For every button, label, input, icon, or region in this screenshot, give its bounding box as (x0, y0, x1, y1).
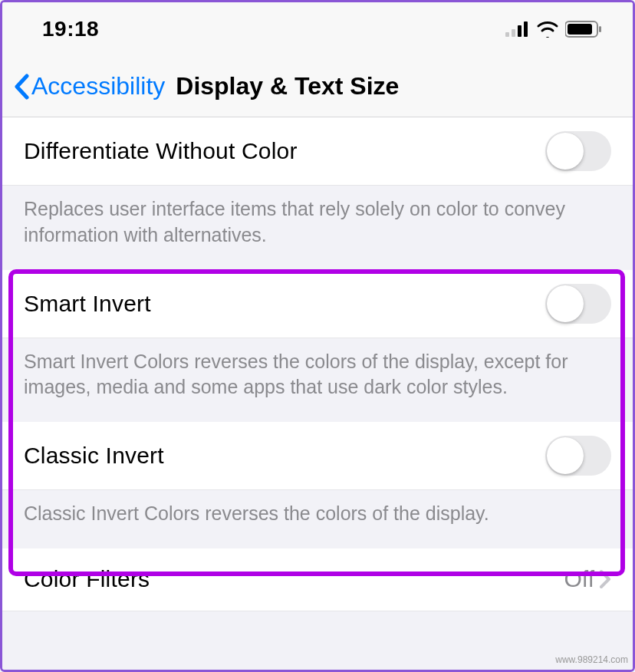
status-bar: 19:18 (2, 2, 633, 56)
svg-rect-3 (524, 21, 528, 37)
note-differentiate: Replaces user interface items that rely … (2, 186, 633, 270)
svg-rect-6 (599, 26, 601, 32)
section-classic-invert: Classic Invert Classic Invert Colors rev… (2, 422, 633, 548)
row-label: Differentiate Without Color (24, 138, 298, 164)
row-label: Classic Invert (24, 443, 164, 469)
section-color-filters: Color Filters Off (2, 548, 633, 611)
toggle-classic-invert[interactable] (545, 436, 611, 476)
row-label: Smart Invert (24, 291, 151, 317)
note-classic-invert: Classic Invert Colors reverses the color… (2, 490, 633, 548)
toggle-differentiate[interactable] (545, 131, 611, 171)
back-label: Accessibility (31, 72, 165, 100)
svg-rect-1 (512, 29, 515, 37)
wifi-icon (536, 21, 559, 38)
row-differentiate[interactable]: Differentiate Without Color (2, 117, 633, 186)
row-classic-invert[interactable]: Classic Invert (2, 422, 633, 490)
status-time: 19:18 (42, 17, 99, 41)
back-button[interactable]: Accessibility (13, 72, 165, 100)
note-smart-invert: Smart Invert Colors reverses the colors … (2, 338, 633, 423)
battery-icon (565, 21, 602, 38)
nav-bar: Accessibility Display & Text Size (2, 56, 633, 117)
svg-rect-2 (518, 25, 521, 37)
svg-rect-0 (505, 32, 509, 37)
page-title: Display & Text Size (176, 72, 399, 100)
cellular-icon (505, 21, 530, 37)
section-differentiate: Differentiate Without Color Replaces use… (2, 117, 633, 270)
section-smart-invert: Smart Invert Smart Invert Colors reverse… (2, 270, 633, 423)
row-label: Color Filters (24, 566, 150, 592)
chevron-right-icon (599, 569, 611, 589)
watermark: www.989214.com (555, 654, 628, 665)
toggle-smart-invert[interactable] (545, 284, 611, 324)
row-smart-invert[interactable]: Smart Invert (2, 270, 633, 338)
svg-rect-5 (568, 24, 592, 35)
chevron-left-icon (13, 74, 30, 100)
row-color-filters[interactable]: Color Filters Off (2, 548, 633, 611)
status-icons (505, 21, 602, 38)
row-value: Off (564, 566, 594, 592)
